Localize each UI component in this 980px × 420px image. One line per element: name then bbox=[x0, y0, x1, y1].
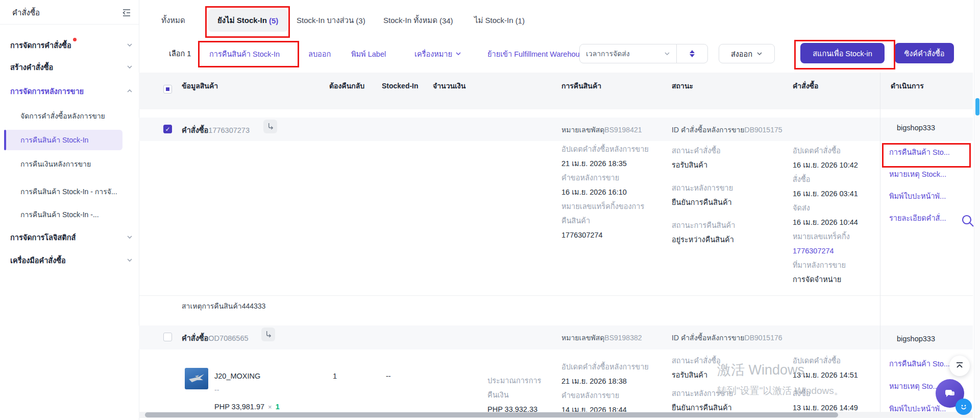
col-header-stocked-in: Stocked-In bbox=[382, 79, 420, 92]
row-divider bbox=[139, 295, 973, 296]
print-label-button[interactable]: พิมพ์ Label bbox=[351, 48, 386, 60]
collapse-sidebar-icon[interactable] bbox=[121, 8, 132, 20]
shipping-time-select-group: เวลาการจัดส่ง bbox=[579, 44, 708, 63]
stocked-in-value: -- bbox=[386, 369, 391, 383]
multiply-sign: × bbox=[268, 403, 272, 411]
shipping-time-select[interactable]: เวลาการจัดส่ง bbox=[580, 44, 676, 63]
order-return-stockin-page: คำสั่งซื้อ การจัดการคำสั่งซื้อ สร้างคำสั… bbox=[0, 0, 980, 420]
order-number: คำสั่งซื้อ1776307273 bbox=[182, 124, 250, 136]
package-number: หมายเลขพัสดุBS9198382 bbox=[561, 332, 642, 343]
sidebar-item-aftersale-refund[interactable]: การคืนเงินหลังการขาย bbox=[20, 156, 133, 172]
export-dropdown[interactable]: ส่งออก bbox=[719, 44, 775, 63]
sidebar: คำสั่งซื้อ การจัดการคำสั่งซื้อ สร้างคำสั… bbox=[0, 0, 139, 420]
chevron-down-icon bbox=[127, 257, 133, 263]
col-header-actions: ดำเนินการ bbox=[891, 79, 924, 92]
action-print-waybill-link[interactable]: พิมพ์ใบปะหน้าพั... bbox=[889, 190, 976, 202]
package-number: หมายเลขพัสดุBS9198421 bbox=[561, 124, 642, 135]
product-image[interactable] bbox=[185, 368, 208, 389]
vertical-scrollbar[interactable] bbox=[974, 0, 980, 420]
table-header-band bbox=[139, 73, 973, 109]
row-checkbox-unchecked[interactable] bbox=[163, 333, 172, 341]
order-info-cell: อัปเดตคำสั่งซื้อ 13 เม.ย. 2026 14:51 สั่… bbox=[793, 354, 879, 415]
amount-cell: ประมาณการการคืนเงิน PHP 33,932.33 bbox=[487, 374, 550, 416]
product-name: J20_MOXING bbox=[214, 369, 260, 383]
shop-name: bigshop333 bbox=[897, 124, 935, 132]
chevron-down-icon bbox=[455, 51, 461, 57]
mark-dropdown[interactable]: เครื่องหมาย bbox=[414, 48, 461, 60]
chevron-up-icon bbox=[127, 88, 133, 94]
sidebar-item-order-management[interactable]: การจัดการคำสั่งซื้อ bbox=[10, 37, 133, 53]
to-return-qty: 1 bbox=[333, 369, 337, 383]
resync-order-icon[interactable] bbox=[261, 328, 275, 341]
feedback-smiley-icon[interactable] bbox=[955, 399, 972, 415]
tab-no-stockin[interactable]: ไม่ Stock-In(1) bbox=[474, 9, 525, 32]
actions-column-divider bbox=[880, 73, 880, 412]
scan-to-stockin-button[interactable]: สแกนเพื่อ Stock-in bbox=[800, 43, 885, 63]
sidebar-header-divider bbox=[0, 24, 139, 25]
return-info-cell: อัปเดตคำสั่งซื้อหลังการขาย 21 เม.ย. 2026… bbox=[561, 360, 652, 417]
chevron-down-icon bbox=[756, 51, 763, 57]
resync-order-icon[interactable] bbox=[263, 120, 277, 133]
select-all-checkbox[interactable] bbox=[163, 85, 172, 94]
sidebar-active-bar bbox=[4, 130, 6, 150]
col-header-to-return: ต้องคืนกลับ bbox=[329, 79, 368, 92]
sidebar-item-manage-aftersale-orders[interactable]: จัดการคำสั่งซื้อหลังการขาย bbox=[20, 108, 133, 124]
col-header-return: การคืนสินค้า bbox=[561, 79, 601, 92]
sidebar-item-return-stockin-2[interactable]: การคืนสินค้า Stock-In - การจั... bbox=[20, 184, 133, 199]
search-icon[interactable] bbox=[961, 214, 975, 230]
back-to-top-button[interactable] bbox=[949, 356, 970, 376]
sidebar-item-aftersale-management[interactable]: การจัดการหลังการขาย bbox=[10, 83, 133, 99]
return-info-cell: อัปเดตคำสั่งซื้อหลังการขาย 21 เม.ย. 2026… bbox=[561, 142, 652, 242]
return-stockin-button[interactable]: การคืนสินค้า Stock-In bbox=[209, 48, 280, 60]
sidebar-item-return-stockin-3[interactable]: การคืนสินค้า Stock-In -... bbox=[20, 207, 133, 222]
tab-partial-stockin[interactable]: Stock-In บางส่วน(3) bbox=[297, 9, 365, 32]
product-variant: -- bbox=[214, 386, 219, 394]
status-cell: สถานะคำสั่งซื้อรอรับสินค้า สถานะหลังการข… bbox=[672, 144, 781, 247]
horizontal-scrollbar[interactable] bbox=[139, 412, 973, 418]
move-fulfillment-button[interactable]: ย้ายเข้า Fulfillment Warehouse bbox=[487, 48, 587, 60]
jet-image-content bbox=[188, 372, 205, 385]
chevron-down-icon bbox=[664, 51, 670, 57]
aftersale-order-id: ID คำสั่งซื้อหลังการขายDB9015175 bbox=[672, 124, 782, 135]
product-qty: 1 bbox=[276, 403, 280, 411]
horizontal-scrollbar-thumb[interactable] bbox=[145, 412, 838, 417]
tracking-number-link[interactable]: 1776307274 bbox=[793, 244, 879, 258]
tab-all[interactable]: ทั้งหมด bbox=[161, 9, 185, 32]
action-return-stockin-link[interactable]: การคืนสินค้า Sto... bbox=[889, 146, 976, 158]
vertical-scrollbar-thumb[interactable] bbox=[975, 98, 979, 115]
tab-all-stockin[interactable]: Stock-In ทั้งหมด(34) bbox=[383, 9, 453, 32]
selected-count-label: เลือก 1 bbox=[169, 48, 191, 59]
col-header-order: คำสั่งซื้อ bbox=[793, 79, 819, 92]
sidebar-title: คำสั่งซื้อ bbox=[12, 7, 40, 19]
sidebar-item-logistics-management[interactable]: การจัดการโลจิสติกส์ bbox=[10, 229, 133, 245]
aftersale-order-id: ID คำสั่งซื้อหลังการขายDB9015176 bbox=[672, 332, 782, 343]
sidebar-item-order-tools[interactable]: เครื่องมือคำสั่งซื้อ bbox=[10, 252, 133, 268]
product-price: PHP 33,981.97 bbox=[214, 403, 264, 411]
chevron-down-icon bbox=[127, 234, 133, 240]
sort-order-toggle[interactable] bbox=[677, 44, 707, 63]
notification-dot bbox=[73, 38, 77, 41]
chevron-down-icon bbox=[127, 64, 133, 70]
row-checkbox-checked[interactable]: ✓ bbox=[163, 125, 172, 133]
col-header-product: ข้อมูลสินค้า bbox=[182, 79, 218, 92]
tab-count: (5) bbox=[269, 16, 278, 25]
sort-asc-icon bbox=[690, 50, 695, 53]
sort-desc-icon bbox=[690, 54, 695, 57]
col-header-amount: จำนวนเงิน bbox=[433, 79, 465, 92]
action-stock-note-link[interactable]: หมายเหตุ Stock... bbox=[889, 168, 976, 180]
return-reason: สาเหตุการคืนสินค้า444333 bbox=[182, 300, 265, 312]
col-header-status: สถานะ bbox=[672, 79, 693, 92]
chevron-down-icon bbox=[127, 42, 133, 48]
status-cell: สถานะคำสั่งซื้อ รอรับสินค้า สถานะหลังการ… bbox=[672, 354, 781, 415]
sidebar-item-label: การจัดการคำสั่งซื้อ bbox=[10, 39, 71, 51]
sidebar-item-create-order[interactable]: สร้างคำสั่งซื้อ bbox=[10, 59, 133, 75]
shop-name: bigshop333 bbox=[897, 335, 935, 343]
delete-button[interactable]: ลบออก bbox=[308, 48, 331, 60]
sidebar-item-return-stockin[interactable]: การคืนสินค้า Stock-In bbox=[20, 132, 88, 148]
order-info-cell: อัปเดตคำสั่งซื้อ 16 เม.ย. 2026 10:42 สั่… bbox=[793, 144, 879, 287]
tab-not-stocked-in[interactable]: ยังไม่ Stock-In(5) bbox=[208, 9, 287, 32]
order-number: คำสั่งซื้อOD7086565 bbox=[182, 332, 249, 344]
sync-orders-button[interactable]: ซิงค์คำสั่งซื้อ bbox=[895, 43, 954, 63]
